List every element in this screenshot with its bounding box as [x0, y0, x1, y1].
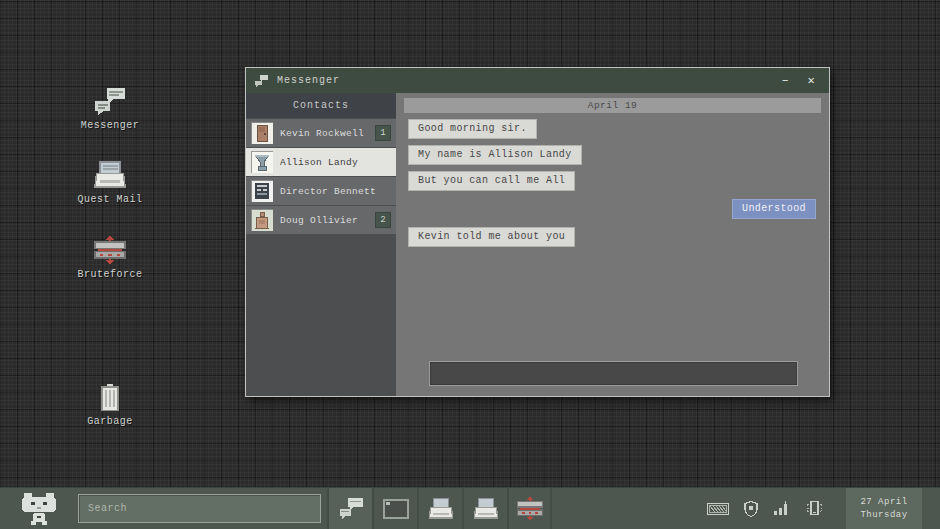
avatar-door-icon: [251, 122, 273, 144]
contact-row-doug-ollivier[interactable]: Doug Ollivier 2: [246, 206, 396, 234]
trash-icon: [58, 380, 162, 412]
vibrating-phone-icon[interactable]: [805, 500, 824, 517]
window-titlebar[interactable]: Messenger – ✕: [246, 68, 829, 93]
chat-bubbles-icon: [58, 84, 162, 116]
contact-row-allison-landy[interactable]: Allison Landy: [246, 148, 396, 176]
clock-day: Thursday: [860, 509, 907, 522]
open-apps: [327, 488, 552, 529]
message-input[interactable]: [429, 361, 798, 386]
desktop-icon-garbage[interactable]: Garbage: [58, 380, 162, 427]
keyboard-icon[interactable]: [707, 502, 729, 516]
chat-message: My name is Allison Landy: [408, 145, 582, 165]
chat-date-header: April 19: [404, 98, 821, 113]
contacts-panel: Contacts Kevin Rockwell 1: [246, 93, 396, 396]
contact-row-director-bennett[interactable]: Director Bennett: [246, 177, 396, 205]
desktop-icon-label: Garbage: [58, 416, 162, 427]
taskbar-app-mail-2[interactable]: [462, 488, 507, 529]
chat-bubbles-icon: [338, 497, 364, 520]
minimize-button[interactable]: –: [775, 72, 795, 90]
cat-logo-icon: [21, 493, 57, 525]
chat-message-sent: Understood: [732, 199, 816, 219]
clock-panel: 27 April Thursday: [846, 488, 922, 529]
contact-row-kevin-rockwell[interactable]: Kevin Rockwell 1: [246, 119, 396, 147]
signal-bars-icon[interactable]: [773, 501, 790, 516]
close-button[interactable]: ✕: [801, 72, 821, 90]
contacts-header: Contacts: [246, 93, 396, 118]
terminal-window-icon: [382, 498, 410, 520]
avatar-funnel-icon: [251, 151, 273, 173]
chat-message: But you can call me All: [408, 171, 575, 191]
desktop-icon-bruteforce[interactable]: Bruteforce: [58, 233, 162, 280]
unread-badge: 1: [375, 125, 391, 141]
bruteforce-icon: [58, 233, 162, 265]
shield-icon[interactable]: [744, 501, 758, 517]
contact-name: Director Bennett: [280, 186, 391, 197]
contact-name: Kevin Rockwell: [280, 128, 375, 139]
bruteforce-icon: [515, 496, 545, 521]
desktop-icon-label: Messenger: [58, 120, 162, 131]
chat-message: Good morning sir.: [408, 119, 537, 139]
taskbar-app-messenger[interactable]: [327, 488, 372, 529]
desktop: Messenger Quest Mail: [0, 0, 940, 529]
taskbar-app-terminal[interactable]: [372, 488, 417, 529]
taskbar: 27 April Thursday: [0, 487, 940, 529]
chat-panel: April 19 Good morning sir. My name is Al…: [396, 93, 829, 396]
desktop-icon-label: Bruteforce: [58, 269, 162, 280]
contact-name: Allison Landy: [280, 157, 391, 168]
taskbar-app-bruteforce[interactable]: [507, 488, 552, 529]
search-input[interactable]: [78, 494, 321, 523]
desktop-icon-messenger[interactable]: Messenger: [58, 84, 162, 131]
chat-bubbles-icon: [254, 74, 269, 87]
chat-message: Kevin told me about you: [408, 227, 575, 247]
system-tray: [707, 500, 824, 517]
mail-icon: [428, 497, 454, 521]
avatar-bottle-icon: [251, 209, 273, 231]
avatar-building-icon: [251, 180, 273, 202]
mail-icon: [473, 497, 499, 521]
start-button[interactable]: [0, 488, 78, 529]
desktop-icon-label: Quest Mail: [58, 194, 162, 205]
desktop-icon-quest-mail[interactable]: Quest Mail: [58, 158, 162, 205]
messenger-window: Messenger – ✕ Contacts: [245, 67, 830, 397]
contact-name: Doug Ollivier: [280, 215, 375, 226]
clock-date: 27 April: [860, 496, 907, 509]
taskbar-app-mail-1[interactable]: [417, 488, 462, 529]
unread-badge: 2: [375, 212, 391, 228]
window-title: Messenger: [277, 75, 340, 86]
mail-icon: [58, 158, 162, 190]
